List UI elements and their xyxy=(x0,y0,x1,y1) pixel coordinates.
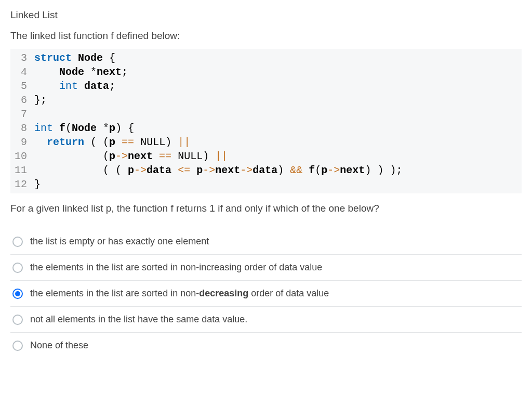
option-label: None of these xyxy=(30,340,88,351)
option-label: the elements in the list are sorted in n… xyxy=(30,288,329,299)
radio-button[interactable] xyxy=(12,289,23,299)
code-line: 5 int data; xyxy=(10,79,522,93)
option-row[interactable]: None of these xyxy=(10,333,522,358)
line-number: 9 xyxy=(10,135,34,149)
radio-button[interactable] xyxy=(12,341,23,351)
option-row[interactable]: not all elements in the list have the sa… xyxy=(10,307,522,333)
line-number: 12 xyxy=(10,177,34,191)
option-label: the elements in the list are sorted in n… xyxy=(30,262,322,273)
line-number: 6 xyxy=(10,93,34,107)
line-number: 8 xyxy=(10,121,34,135)
code-line: 10 (p->next == NULL) || xyxy=(10,149,522,163)
code-line: 4 Node *next; xyxy=(10,65,522,79)
question-text: For a given linked list p, the function … xyxy=(10,203,522,214)
code-line: 6}; xyxy=(10,93,522,107)
option-label: the list is empty or has exactly one ele… xyxy=(30,236,209,247)
radio-button[interactable] xyxy=(12,237,23,247)
code-line: 8int f(Node *p) { xyxy=(10,121,522,135)
line-number: 10 xyxy=(10,149,34,163)
code-text: } xyxy=(34,177,522,191)
code-block: 3struct Node {4 Node *next;5 int data;6}… xyxy=(10,49,522,193)
line-number: 7 xyxy=(10,107,34,121)
code-line: 11 ( ( p->data <= p->next->data) && f(p-… xyxy=(10,163,522,177)
line-number: 3 xyxy=(10,51,34,65)
radio-button[interactable] xyxy=(12,263,23,273)
code-text xyxy=(34,107,522,121)
question-intro: The linked list function f defined below… xyxy=(10,30,522,42)
options-list: the list is empty or has exactly one ele… xyxy=(10,229,522,358)
option-row[interactable]: the elements in the list are sorted in n… xyxy=(10,255,522,281)
option-row[interactable]: the list is empty or has exactly one ele… xyxy=(10,229,522,255)
code-text: Node *next; xyxy=(34,65,522,79)
option-label: not all elements in the list have the sa… xyxy=(30,314,247,325)
code-text: int f(Node *p) { xyxy=(34,121,522,135)
code-text: return ( (p == NULL) || xyxy=(34,135,522,149)
code-text: (p->next == NULL) || xyxy=(34,149,522,163)
code-text: struct Node { xyxy=(34,51,522,65)
code-line: 7 xyxy=(10,107,522,121)
line-number: 4 xyxy=(10,65,34,79)
code-text: int data; xyxy=(34,79,522,93)
code-text: ( ( p->data <= p->next->data) && f(p->ne… xyxy=(34,163,522,177)
radio-button[interactable] xyxy=(12,315,23,325)
question-heading: Linked List xyxy=(10,9,522,21)
line-number: 11 xyxy=(10,163,34,177)
option-row[interactable]: the elements in the list are sorted in n… xyxy=(10,281,522,307)
code-line: 12} xyxy=(10,177,522,191)
code-line: 3struct Node { xyxy=(10,51,522,65)
code-line: 9 return ( (p == NULL) || xyxy=(10,135,522,149)
line-number: 5 xyxy=(10,79,34,93)
code-text: }; xyxy=(34,93,522,107)
